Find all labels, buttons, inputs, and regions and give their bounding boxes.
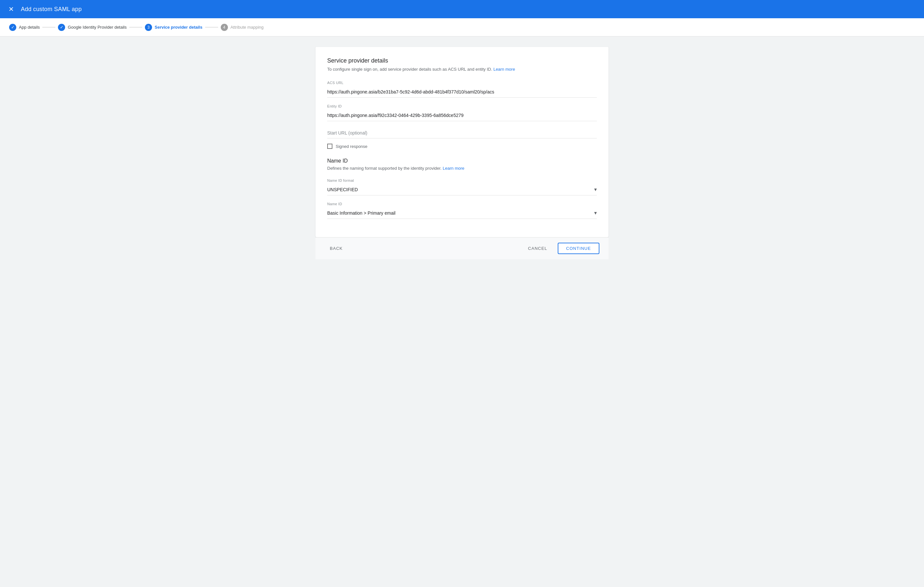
continue-button[interactable]: CONTINUE (558, 243, 599, 254)
step-connector-2 (129, 27, 142, 27)
start-url-field[interactable] (327, 128, 597, 139)
acs-url-value: https://auth.pingone.asia/b2e31ba7-5c92-… (327, 86, 597, 98)
entity-id-value: https://auth.pingone.asia/f92c3342-0464-… (327, 109, 597, 121)
name-id-format-label: Name ID format (327, 179, 597, 182)
step-1-label: App details (19, 25, 40, 30)
step-2-check-icon: ✓ (60, 25, 63, 30)
footer-right: CANCEL CONTINUE (523, 243, 599, 254)
name-id-field: Name ID Basic Information > Primary emai… (327, 202, 597, 219)
close-button[interactable]: ✕ (7, 5, 16, 14)
service-provider-card: Service provider details To configure si… (315, 47, 609, 237)
stepper: ✓ App details ✓ Google Identity Provider… (0, 18, 924, 36)
card-subtitle: To configure single sign on, add service… (327, 67, 597, 72)
step-1: ✓ App details (9, 24, 40, 31)
name-id-value: Basic Information > Primary email (327, 210, 396, 216)
name-id-subtitle: Defines the naming format supported by t… (327, 166, 597, 171)
step-4-label: Attribute mapping (231, 25, 264, 30)
step-4-circle: 4 (221, 24, 228, 31)
acs-url-label: ACS URL (327, 81, 597, 85)
name-id-format-field: Name ID format UNSPECIFIED ▾ (327, 179, 597, 195)
name-id-label: Name ID (327, 202, 597, 206)
app-header: ✕ Add custom SAML app (0, 0, 924, 18)
footer: BACK CANCEL CONTINUE (315, 237, 609, 259)
signed-response-label: Signed response (336, 144, 368, 149)
step-3-circle: 3 (145, 24, 152, 31)
cancel-button[interactable]: CANCEL (523, 243, 553, 253)
name-id-subtitle-text: Defines the naming format supported by t… (327, 166, 443, 171)
step-2-label: Google Identity Provider details (68, 25, 127, 30)
step-2-circle: ✓ (58, 24, 65, 31)
footer-left: BACK (325, 243, 348, 253)
step-connector-3 (205, 27, 218, 27)
step-1-check-icon: ✓ (11, 25, 15, 30)
acs-url-field: ACS URL https://auth.pingone.asia/b2e31b… (327, 81, 597, 98)
start-url-input[interactable] (327, 128, 597, 139)
entity-id-field: Entity ID https://auth.pingone.asia/f92c… (327, 104, 597, 121)
step-4: 4 Attribute mapping (221, 24, 264, 31)
step-3-label: Service provider details (155, 25, 203, 30)
name-id-format-value: UNSPECIFIED (327, 187, 358, 192)
main-content: Service provider details To configure si… (0, 36, 924, 587)
card-subtitle-text: To configure single sign on, add service… (327, 67, 493, 72)
step-1-circle: ✓ (9, 24, 16, 31)
name-id-format-select[interactable]: UNSPECIFIED ▾ (327, 184, 597, 195)
step-3-number: 3 (147, 25, 150, 30)
name-id-title: Name ID (327, 158, 597, 164)
step-4-number: 4 (223, 25, 225, 30)
step-connector-1 (42, 27, 55, 27)
name-id-arrow-icon: ▾ (594, 210, 597, 216)
step-3: 3 Service provider details (145, 24, 203, 31)
back-button[interactable]: BACK (325, 243, 348, 253)
header-title: Add custom SAML app (21, 6, 82, 13)
step-2: ✓ Google Identity Provider details (58, 24, 127, 31)
name-id-format-arrow-icon: ▾ (594, 186, 597, 192)
close-icon: ✕ (8, 5, 14, 13)
name-id-section: Name ID Defines the naming format suppor… (327, 158, 597, 219)
card-title: Service provider details (327, 57, 597, 64)
signed-response-checkbox[interactable] (327, 144, 332, 149)
learn-more-link-1[interactable]: Learn more (493, 67, 515, 72)
learn-more-link-2[interactable]: Learn more (443, 166, 464, 171)
entity-id-label: Entity ID (327, 104, 597, 108)
name-id-select[interactable]: Basic Information > Primary email ▾ (327, 207, 597, 219)
signed-response-row: Signed response (327, 144, 597, 149)
